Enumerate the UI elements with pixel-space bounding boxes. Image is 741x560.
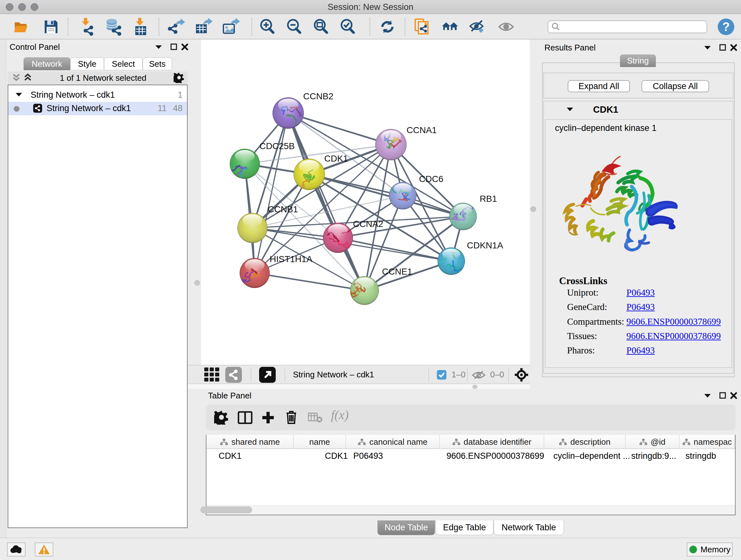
svg-text:CCNB1: CCNB1 <box>268 204 298 214</box>
svg-text:CCNA1: CCNA1 <box>407 125 437 135</box>
svg-text:HIST1H1A: HIST1H1A <box>270 254 313 264</box>
svg-text:CDC25B: CDC25B <box>259 141 294 151</box>
svg-text:CCNA2: CCNA2 <box>353 219 383 229</box>
svg-text:CDKN1A: CDKN1A <box>467 240 503 250</box>
svg-text:CCNB2: CCNB2 <box>303 91 333 101</box>
svg-text:CCNE1: CCNE1 <box>382 266 412 276</box>
svg-text:RB1: RB1 <box>480 194 497 204</box>
svg-text:CDK1: CDK1 <box>324 153 348 164</box>
svg-text:CDC6: CDC6 <box>419 174 443 184</box>
